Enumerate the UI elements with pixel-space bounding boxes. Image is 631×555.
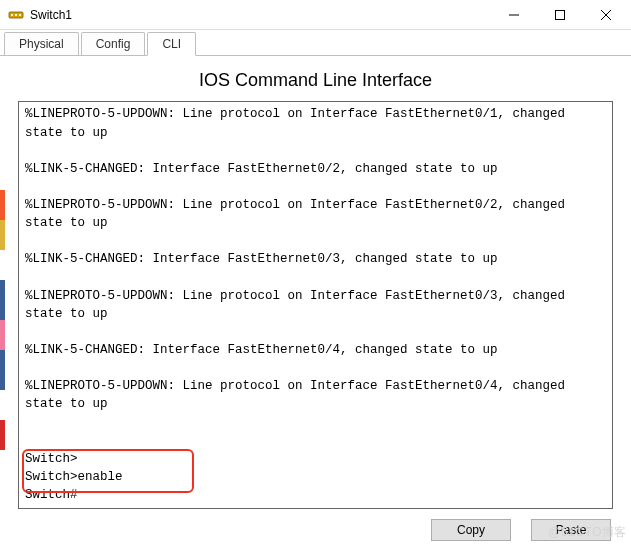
tab-physical[interactable]: Physical [4,32,79,55]
terminal-container: %LINK-5-CHANGED: Interface FastEthernet0… [18,101,613,509]
watermark-text: @51CTO博客 [548,524,627,541]
window-controls [491,0,629,30]
close-button[interactable] [583,0,629,30]
minimize-button[interactable] [491,0,537,30]
titlebar: Switch1 [0,0,631,30]
svg-rect-3 [19,14,21,16]
tab-config[interactable]: Config [81,32,146,55]
tab-bar: Physical Config CLI [0,30,631,56]
maximize-button[interactable] [537,0,583,30]
svg-rect-1 [11,14,13,16]
svg-rect-5 [556,10,565,19]
cli-terminal[interactable]: %LINK-5-CHANGED: Interface FastEthernet0… [19,102,612,508]
window-title: Switch1 [30,8,491,22]
app-window: Switch1 Physical Config CLI IOS Command … [0,0,631,555]
button-row: Copy Paste [0,509,631,541]
tab-cli[interactable]: CLI [147,32,196,56]
svg-rect-2 [15,14,17,16]
cli-heading: IOS Command Line Interface [0,56,631,101]
edge-decoration [0,190,5,460]
copy-button[interactable]: Copy [431,519,511,541]
switch-icon [8,7,24,23]
